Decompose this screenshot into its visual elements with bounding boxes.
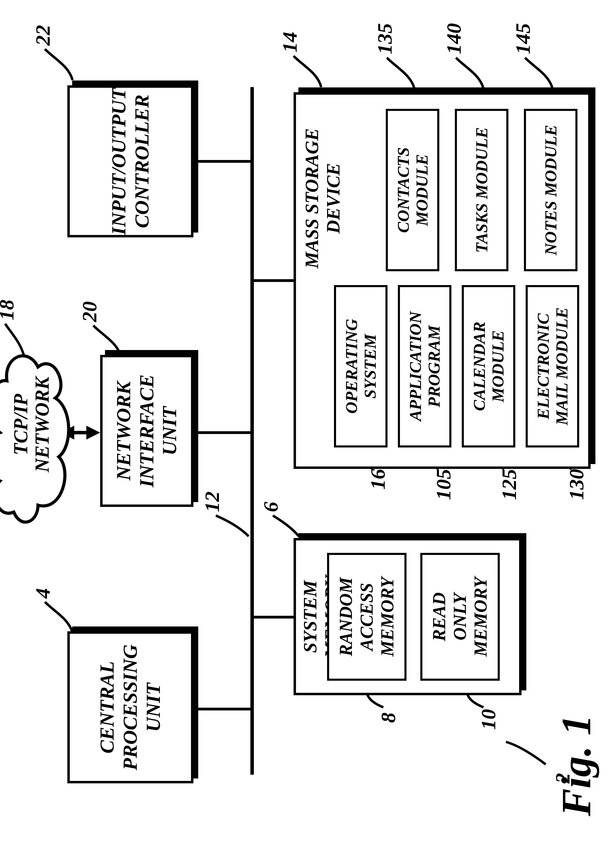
block-nic: NETWORKINTERFACEUNIT — [100, 355, 193, 507]
block-ioc: INPUT/OUTPUTCONTROLLER — [67, 85, 193, 237]
ref-20: 20 — [78, 301, 102, 322]
block-sysmem: SYSTEMMEMORY RANDOMACCESSMEMORY READONLY… — [294, 538, 521, 695]
block-cal-label: CALENDARMODULE — [469, 320, 509, 412]
ref-6: 6 — [259, 502, 283, 512]
block-mail-label: ELECTRONICMAIL MODULE — [533, 306, 573, 427]
ref-12: 12 — [200, 491, 224, 512]
block-os: OPERATINGSYSTEM — [334, 285, 388, 448]
figure-caption: Fig. 1 — [553, 715, 600, 816]
ref-14: 14 — [278, 32, 302, 53]
block-notes: NOTES MODULE — [524, 109, 578, 271]
block-contacts-label: CONTACTSMODULE — [393, 146, 433, 234]
block-ram: RANDOMACCESSMEMORY — [327, 553, 406, 681]
block-app: APPLICATIONPROGRAM — [398, 285, 451, 448]
block-os-label: OPERATINGSYSTEM — [341, 318, 381, 415]
ref-125: 125 — [497, 469, 521, 500]
ref-16: 16 — [366, 469, 390, 490]
ref-8: 8 — [377, 713, 400, 723]
block-notes-label: NOTES MODULE — [540, 123, 562, 256]
ref-10: 10 — [477, 709, 501, 730]
ref-4: 4 — [31, 588, 55, 598]
ref-140: 140 — [442, 23, 466, 54]
block-cpu: CENTRALPROCESSINGUNIT — [67, 631, 193, 783]
ref-22: 22 — [31, 25, 55, 46]
block-rom: READONLYMEMORY — [420, 553, 500, 681]
ref-130: 130 — [565, 469, 589, 500]
cloud-text: TCP/IPNETWORK — [10, 377, 53, 472]
block-ram-label: RANDOMACCESSMEMORY — [334, 575, 400, 659]
block-msd-title: MASS STORAGEDEVICE — [301, 115, 344, 281]
block-ioc-label: INPUT/OUTPUTCONTROLLER — [105, 85, 156, 237]
block-app-label: APPLICATIONPROGRAM — [405, 310, 445, 422]
ref-135: 135 — [373, 23, 397, 54]
block-rom-label: READONLYMEMORY — [427, 575, 493, 659]
ref-18: 18 — [0, 299, 19, 320]
block-cal: CALENDARMODULE — [462, 285, 515, 448]
block-msd: MASS STORAGEDEVICE OPERATINGSYSTEM APPLI… — [294, 92, 590, 469]
svg-marker-8 — [87, 426, 100, 440]
block-nic-label: NETWORKINTERFACEUNIT — [110, 372, 184, 490]
block-mail: ELECTRONICMAIL MODULE — [525, 285, 579, 448]
block-tasks-label: TASKS MODULE — [471, 126, 493, 254]
block-tasks: TASKS MODULE — [455, 109, 508, 271]
ref-105: 105 — [432, 469, 456, 500]
block-contacts: CONTACTSMODULE — [386, 109, 439, 271]
ref-145: 145 — [511, 23, 535, 54]
cloud-label: TCP/IPNETWORK — [10, 377, 53, 472]
block-cpu-label: CENTRALPROCESSINGUNIT — [93, 642, 167, 773]
